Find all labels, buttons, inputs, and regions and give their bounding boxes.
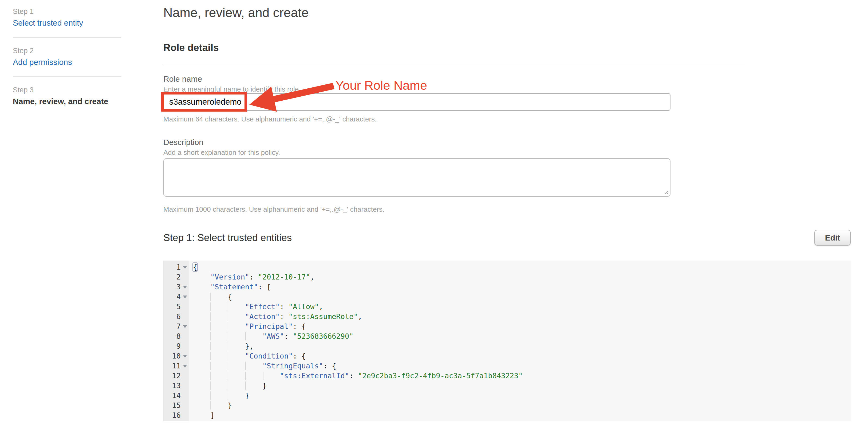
code-line: 10 "Condition": { <box>163 351 851 361</box>
description-help: Add a short explanation for this policy. <box>163 148 851 156</box>
code-text: "Version": "2012-10-17", <box>189 272 314 282</box>
fold-arrow-icon[interactable] <box>183 286 187 288</box>
trusted-entities-heading: Step 1: Select trusted entities <box>163 232 292 244</box>
sidebar-divider <box>13 76 121 77</box>
fold-arrow-icon[interactable] <box>183 325 187 328</box>
line-number: 10 <box>163 351 189 361</box>
code-text: ] <box>189 410 215 420</box>
line-number: 15 <box>163 400 189 410</box>
trust-policy-editor[interactable]: 1{2 "Version": "2012-10-17",3 "Statement… <box>163 260 851 421</box>
role-name-help: Enter a meaningful name to identify this… <box>163 85 851 93</box>
line-number: 16 <box>163 410 189 420</box>
description-constraint: Maximum 1000 characters. Use alphanumeri… <box>163 205 851 213</box>
code-text: } <box>189 391 249 400</box>
code-text: { <box>189 262 197 272</box>
code-text: } <box>189 381 267 391</box>
code-text: } <box>189 400 232 410</box>
line-number: 4 <box>163 292 189 302</box>
code-line: 11 "StringEquals": { <box>163 361 851 371</box>
code-lines: 1{2 "Version": "2012-10-17",3 "Statement… <box>163 262 851 420</box>
step-number-1: Step 1 <box>13 7 121 16</box>
role-name-constraint: Maximum 64 characters. Use alphanumeric … <box>163 115 851 123</box>
trusted-entities-header-row: Step 1: Select trusted entities Edit <box>163 230 851 246</box>
role-details-heading: Role details <box>163 42 851 53</box>
code-text: "Action": "sts:AssumeRole", <box>189 312 362 321</box>
line-number: 1 <box>163 262 189 272</box>
line-number: 13 <box>163 381 189 391</box>
fold-arrow-icon[interactable] <box>183 296 187 299</box>
code-text: "Effect": "Allow", <box>189 302 323 312</box>
step-group-1: Step 1 Select trusted entity <box>13 7 121 28</box>
code-line: 14 } <box>163 391 851 400</box>
code-line: 1{ <box>163 262 851 272</box>
line-number: 6 <box>163 312 189 321</box>
steps-sidebar: Step 1 Select trusted entity Step 2 Add … <box>13 7 121 106</box>
description-field-wrap <box>163 158 671 197</box>
code-text: "StringEquals": { <box>189 361 336 371</box>
code-line: 12 "sts:ExternalId": "2e9c2ba3-f9c2-4fb9… <box>163 371 851 381</box>
main-content: Name, review, and create Role details Ro… <box>163 5 851 421</box>
code-text: "Condition": { <box>189 351 306 361</box>
description-textarea[interactable] <box>163 158 671 197</box>
section-divider <box>163 66 745 66</box>
code-line: 16 ] <box>163 410 851 420</box>
fold-arrow-icon[interactable] <box>183 365 187 368</box>
code-line: 15 } <box>163 400 851 410</box>
sidebar-item-add-permissions[interactable]: Add permissions <box>13 58 121 67</box>
line-number: 8 <box>163 331 189 341</box>
code-line: 9 }, <box>163 341 851 351</box>
fold-arrow-icon[interactable] <box>183 355 187 358</box>
code-text: "AWS": "523683666290" <box>189 331 353 341</box>
step-group-3: Step 3 Name, review, and create <box>13 86 121 106</box>
page-title: Name, review, and create <box>163 5 851 20</box>
code-line: 6 "Action": "sts:AssumeRole", <box>163 312 851 321</box>
step-number-3: Step 3 <box>13 86 121 94</box>
line-number: 11 <box>163 361 189 371</box>
line-number: 2 <box>163 272 189 282</box>
sidebar-divider <box>13 37 121 38</box>
description-label: Description <box>163 137 851 147</box>
code-text: "Principal": { <box>189 321 306 331</box>
code-line: 8 "AWS": "523683666290" <box>163 331 851 341</box>
code-text: }, <box>189 341 254 351</box>
line-number: 14 <box>163 391 189 400</box>
line-number: 9 <box>163 341 189 351</box>
code-line: 3 "Statement": [ <box>163 282 851 292</box>
code-line: 5 "Effect": "Allow", <box>163 302 851 312</box>
fold-arrow-icon[interactable] <box>183 266 187 269</box>
code-line: 7 "Principal": { <box>163 321 851 331</box>
line-number: 5 <box>163 302 189 312</box>
sidebar-item-name-review-create: Name, review, and create <box>13 97 121 106</box>
role-name-input[interactable] <box>163 93 671 111</box>
code-text: { <box>189 292 232 302</box>
step-number-2: Step 2 <box>13 47 121 55</box>
code-line: 2 "Version": "2012-10-17", <box>163 272 851 282</box>
step-group-2: Step 2 Add permissions <box>13 47 121 67</box>
line-number: 7 <box>163 321 189 331</box>
sidebar-item-select-trusted-entity[interactable]: Select trusted entity <box>13 19 121 28</box>
code-line: 4 { <box>163 292 851 302</box>
line-number: 12 <box>163 371 189 381</box>
code-line: 13 } <box>163 381 851 391</box>
role-name-label: Role name <box>163 74 851 84</box>
code-text: "Statement": [ <box>189 282 271 292</box>
edit-button[interactable]: Edit <box>814 230 851 246</box>
code-text: "sts:ExternalId": "2e9c2ba3-f9c2-4fb9-ac… <box>189 371 523 381</box>
line-number: 3 <box>163 282 189 292</box>
create-role-review-page: Step 1 Select trusted entity Step 2 Add … <box>0 0 868 433</box>
